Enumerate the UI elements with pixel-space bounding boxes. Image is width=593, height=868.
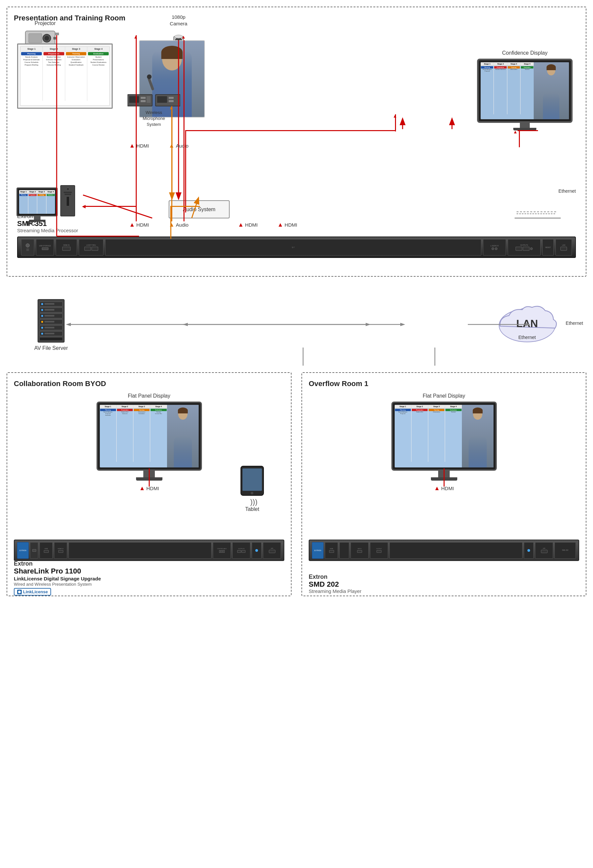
middle-section: AV File Server [7, 283, 586, 366]
svg-rect-49 [44, 327, 55, 328]
smp351-description: Streaming Media Processor [17, 227, 78, 233]
arrow-conf: ▲ [393, 113, 397, 119]
audio-label-1: ▲ Audio [169, 221, 189, 228]
presentation-room-title: Presentation and Training Room [14, 14, 579, 22]
svg-rect-17 [141, 97, 146, 99]
hdmi-line-camera [183, 40, 184, 221]
svg-rect-16 [129, 96, 139, 103]
hdmi-label-3: ▲ HDMI [277, 221, 297, 228]
ethernet-label: Ethernet [558, 188, 576, 194]
svg-rect-46 [44, 321, 55, 322]
tablet-area: ))) Tablet [240, 465, 264, 512]
slide-content: Stage 1 Stage 2 Stage 3 Stage 4 Planning… [20, 46, 110, 106]
hdmi-line-conf-horiz2 [518, 130, 538, 131]
hdmi-label-1: ▲ HDMI [129, 221, 149, 228]
overflow-extron-label: Extron SMD 202 Streaming Media Player [309, 574, 361, 594]
tablet-label: Tablet [240, 506, 264, 512]
hdmi-line-conf1 [185, 130, 186, 213]
byod-extron-label: Extron ShareLink Pro 1100 LinkLicense Di… [14, 560, 101, 596]
svg-rect-18 [141, 100, 146, 102]
tablet-icon [240, 465, 264, 498]
presentation-room: Presentation and Training Room Projector [7, 7, 586, 277]
svg-rect-52 [44, 333, 55, 334]
overflow-flat-panel-display: Stage 1 Stage 2 Stage 3 Stage 4 Planning… [391, 402, 497, 471]
overflow-flat-panel-screen: Stage 1 Stage 2 Stage 3 Stage 4 Planning… [395, 405, 494, 468]
hdmi-line-projector [136, 35, 137, 221]
confidence-display-screen: Stage 1 Stage 2 Stage 3 Stage 4 Planning… [481, 62, 569, 119]
arrow-conf2: ▲ [513, 129, 518, 134]
byod-flat-panel-display: Stage 1 Stage 2 Stage 3 Stage 4 Planning… [96, 402, 202, 471]
svg-point-51 [41, 333, 43, 335]
svg-rect-74 [242, 468, 262, 491]
collaboration-room-title: Collaboration Room BYOD [14, 379, 284, 388]
linklicense-icon [17, 590, 22, 594]
overflow-room: Overflow Room 1 Flat Panel Display Stage… [301, 372, 586, 596]
byod-extron-model: ShareLink Pro 1100 [14, 567, 101, 575]
svg-rect-19 [147, 96, 150, 103]
confidence-display-monitor: Stage 1 Stage 2 Stage 3 Stage 4 Planning… [477, 59, 572, 123]
svg-rect-37 [44, 303, 55, 305]
overflow-extron-brand: Extron [309, 574, 361, 580]
svg-rect-21 [157, 96, 167, 103]
svg-point-45 [41, 321, 43, 323]
overflow-hdmi-line [443, 468, 444, 487]
lan-ethernet-bottom: Ethernet [519, 335, 536, 340]
wireless-mic-label: WirelessMicrophoneSystem [127, 110, 180, 128]
svg-point-36 [41, 303, 43, 305]
byod-flat-panel-screen: Stage 1 Stage 2 Stage 3 Stage 4 Planning… [100, 405, 199, 468]
confidence-display-label: Confidence Display [474, 50, 576, 56]
byod-hdmi-line [149, 468, 150, 487]
overflow-room-title: Overflow Room 1 [309, 379, 579, 388]
linklicense-label: LinkLicense [23, 589, 48, 594]
av-server-area: AV File Server [33, 298, 69, 351]
svg-rect-22 [169, 97, 174, 99]
ethernet-line [516, 211, 556, 213]
hdmi-line-conf3 [519, 130, 520, 147]
presentation-screen: Stage 1 Stage 2 Stage 3 Stage 4 Planning… [17, 43, 113, 109]
overflow-extron-model: SMD 202 [309, 580, 361, 588]
svg-rect-1 [29, 34, 42, 43]
svg-point-48 [41, 327, 43, 329]
collaboration-room: Collaboration Room BYOD Flat Panel Displ… [7, 372, 292, 596]
arrow-pc: ◀ [82, 204, 86, 209]
arrow-audio-mic: ▲ [169, 105, 174, 110]
svg-rect-5 [55, 32, 59, 35]
arrow-camera: ▲ [181, 34, 186, 40]
projector-label: Projector [24, 21, 66, 27]
hdmi-line-pc [83, 206, 136, 207]
overflow-extron-desc: Streaming Media Player [309, 588, 361, 594]
byod-extron-desc: LinkLicense Digital Signage Upgrade [14, 576, 101, 582]
lower-rooms: Collaboration Room BYOD Flat Panel Displ… [7, 372, 586, 596]
audio-system-box: Audio System [169, 200, 230, 218]
svg-rect-23 [169, 100, 174, 102]
lan-ethernet-right: Ethernet [566, 320, 583, 326]
svg-point-3 [44, 36, 49, 40]
pc-label: PC [27, 220, 35, 227]
overflow-extron-device: EXTRON HDMI INPUT OUTPUT [309, 540, 579, 561]
hdmi-label-2: ▲ HDMI [238, 221, 258, 228]
svg-rect-40 [44, 309, 55, 311]
pc-area: Stage 1 Stage 2 Stage 3 Stage 4 Planning… [16, 185, 75, 222]
byod-extron-brand: Extron [14, 560, 101, 567]
hdmi-line-conf-horiz [185, 130, 396, 131]
confidence-display-area: Confidence Display Stage 1 Stage 2 Stage… [474, 50, 576, 130]
linklicense-badge: LinkLicense [14, 588, 51, 596]
audio-line-horiz [170, 206, 200, 207]
av-server-label: AV File Server [33, 345, 69, 351]
byod-extron-device: EXTRON HDMI HDMI/GO CONTRO [14, 540, 284, 561]
screen-frame: Stage 1 Stage 2 Stage 3 Stage 4 Planning… [17, 43, 113, 109]
wifi-icon: ))) [243, 498, 264, 506]
svg-point-42 [41, 315, 43, 317]
svg-text:LAN: LAN [516, 317, 538, 329]
overflow-flat-panel-label: Flat Panel Display [309, 393, 579, 399]
svg-marker-56 [183, 323, 188, 326]
arrow-projector: ▲ [133, 34, 138, 40]
audio-line-down [170, 206, 171, 239]
lan-area: LAN Ethernet Ethernet [494, 303, 560, 347]
svg-rect-4 [53, 37, 56, 40]
audio-system-label: Audio System [183, 207, 215, 213]
server-lan-connection [69, 316, 494, 333]
camera-label: 1080pCamera [165, 14, 192, 27]
svg-point-39 [41, 309, 43, 311]
svg-marker-55 [366, 323, 370, 326]
